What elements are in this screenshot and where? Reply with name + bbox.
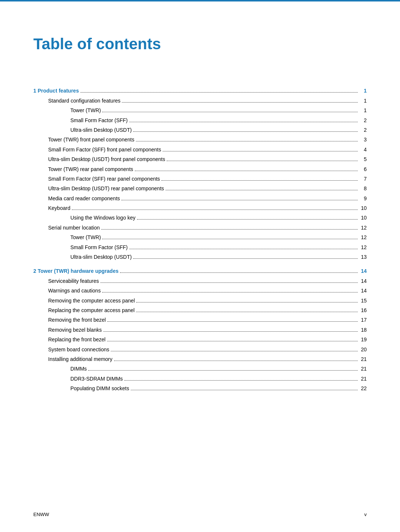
- toc-page-22: 16: [359, 306, 367, 314]
- toc-entry-27: Installing additional memory21: [33, 355, 367, 363]
- toc-entry-13: Using the Windows logo key10: [33, 214, 367, 222]
- toc-entry-text-15: Tower (TWR): [70, 233, 101, 241]
- toc-entry-text-29: DDR3-SDRAM DIMMs: [70, 375, 123, 383]
- footer-right: v: [364, 512, 367, 517]
- toc-page-20: 14: [359, 287, 367, 295]
- toc-dots-10: [166, 190, 358, 190]
- toc-dots-15: [102, 239, 358, 239]
- toc-dots-28: [88, 370, 358, 371]
- toc-entry-text-14: Serial number location: [48, 224, 100, 232]
- toc-entry-29: DDR3-SDRAM DIMMs21: [33, 375, 367, 383]
- toc-page-24: 18: [359, 326, 367, 334]
- toc-dots-26: [111, 351, 358, 351]
- toc-dots-2: [102, 112, 358, 112]
- toc-dots-7: [167, 161, 358, 161]
- toc-entry-0: 1 Product features1: [33, 87, 367, 95]
- toc-entry-3: Small Form Factor (SFF)2: [33, 116, 367, 124]
- toc-dots-8: [135, 171, 358, 171]
- toc-page-10: 8: [359, 184, 367, 193]
- toc-dots-14: [101, 229, 358, 230]
- toc-entry-text-12: Keyboard: [48, 204, 70, 212]
- toc-entry-text-20: Warnings and cautions: [48, 287, 101, 295]
- toc-entry-text-11: Media card reader components: [48, 194, 120, 203]
- toc-entry-5: Tower (TWR) front panel components3: [33, 135, 367, 144]
- toc-entry-26: System board connections20: [33, 345, 367, 354]
- toc-dots-18: [120, 272, 358, 273]
- toc-entry-30: Populating DIMM sockets22: [33, 384, 367, 392]
- toc-entry-text-19: Serviceability features: [48, 277, 99, 285]
- toc-page-26: 20: [359, 345, 367, 354]
- title-section: Table of contents: [33, 35, 367, 57]
- toc-dots-29: [124, 380, 358, 381]
- toc-page-2: 1: [359, 106, 367, 114]
- toc-page-7: 5: [359, 155, 367, 163]
- toc-page-18: 14: [359, 267, 367, 275]
- toc-page-21: 15: [359, 297, 367, 305]
- toc-dots-11: [121, 200, 358, 200]
- toc-page-15: 12: [359, 233, 367, 241]
- toc-entry-text-30: Populating DIMM sockets: [70, 384, 129, 392]
- toc-entry-17: Ultra-slim Desktop (USDT)13: [33, 253, 367, 261]
- toc-entry-19: Serviceability features14: [33, 277, 367, 285]
- toc-entry-4: Ultra-slim Desktop (USDT)2: [33, 126, 367, 134]
- toc-page-4: 2: [359, 126, 367, 134]
- toc-entry-6: Small Form Factor (SFF) front panel comp…: [33, 145, 367, 154]
- toc-dots-27: [114, 361, 358, 361]
- toc-entry-23: Removing the front bezel17: [33, 316, 367, 324]
- toc-entry-14: Serial number location12: [33, 224, 367, 232]
- toc-entry-12: Keyboard10: [33, 204, 367, 212]
- toc-entry-1: Standard configuration features1: [33, 97, 367, 105]
- toc-dots-0: [80, 92, 358, 93]
- toc-entry-11: Media card reader components9: [33, 194, 367, 203]
- toc-entry-text-23: Removing the front bezel: [48, 316, 106, 324]
- toc-page-27: 21: [359, 355, 367, 363]
- toc-dots-5: [136, 141, 358, 141]
- toc-page-8: 6: [359, 165, 367, 173]
- toc-entry-8: Tower (TWR) rear panel components6: [33, 165, 367, 173]
- toc-dots-3: [129, 122, 358, 122]
- toc-page-23: 17: [359, 316, 367, 324]
- toc-dots-20: [102, 292, 358, 292]
- toc-entry-10: Ultra-slim Desktop (USDT) rear panel com…: [33, 184, 367, 193]
- toc-page-19: 14: [359, 277, 367, 285]
- toc-entry-text-16: Small Form Factor (SFF): [70, 243, 128, 251]
- toc-entry-text-25: Replacing the front bezel: [48, 335, 106, 344]
- toc-dots-21: [136, 302, 358, 302]
- toc-page-17: 13: [359, 253, 367, 261]
- toc-page-25: 19: [359, 335, 367, 344]
- page-title: Table of contents: [33, 35, 367, 53]
- toc-entry-text-17: Ultra-slim Desktop (USDT): [70, 253, 132, 261]
- toc-entry-15: Tower (TWR)12: [33, 233, 367, 241]
- toc-entry-20: Warnings and cautions14: [33, 287, 367, 295]
- toc-entry-text-1: Standard configuration features: [48, 97, 120, 105]
- toc-dots-25: [107, 341, 358, 341]
- toc-entry-text-10: Ultra-slim Desktop (USDT) rear panel com…: [48, 184, 164, 193]
- toc-page-9: 7: [359, 175, 367, 183]
- toc-entry-28: DIMMs21: [33, 365, 367, 373]
- toc-page-16: 12: [359, 243, 367, 251]
- toc-page-11: 9: [359, 194, 367, 203]
- toc-entry-text-24: Removing bezel blanks: [48, 326, 102, 334]
- toc-entry-25: Replacing the front bezel19: [33, 335, 367, 344]
- toc-page-6: 4: [359, 145, 367, 154]
- toc-page-13: 10: [359, 214, 367, 222]
- toc-page-0: 1: [359, 87, 367, 95]
- toc-page-12: 10: [359, 204, 367, 212]
- toc-dots-30: [131, 390, 358, 390]
- toc-page-5: 3: [359, 135, 367, 144]
- toc-entry-text-26: System board connections: [48, 345, 109, 354]
- toc-page-14: 12: [359, 224, 367, 232]
- toc-entry-text-0: 1 Product features: [33, 87, 79, 95]
- toc-entry-21: Removing the computer access panel15: [33, 297, 367, 305]
- toc-entry-text-3: Small Form Factor (SFF): [70, 116, 128, 124]
- toc-dots-9: [161, 180, 358, 181]
- toc-entry-text-4: Ultra-slim Desktop (USDT): [70, 126, 132, 134]
- toc-entry-22: Replacing the computer access panel16: [33, 306, 367, 314]
- toc-dots-19: [100, 282, 358, 283]
- toc-entry-text-28: DIMMs: [70, 365, 87, 373]
- toc-entry-text-22: Replacing the computer access panel: [48, 306, 134, 314]
- toc-entry-text-5: Tower (TWR) front panel components: [48, 135, 134, 144]
- toc-entry-text-2: Tower (TWR): [70, 106, 101, 114]
- toc-dots-22: [136, 312, 358, 312]
- toc-dots-24: [103, 331, 358, 332]
